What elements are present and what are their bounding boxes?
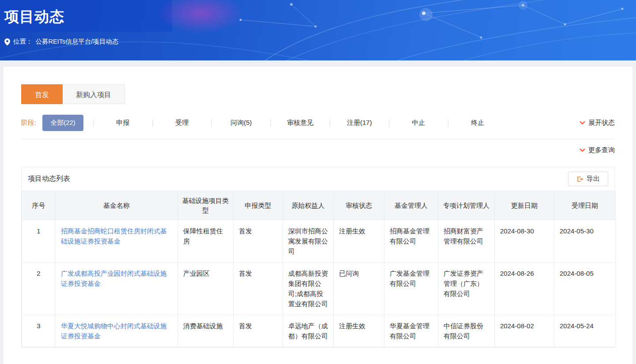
cell-project-type: 消费基础设施 [178, 315, 233, 347]
cell-review-status: 注册生效 [334, 315, 384, 347]
col-index: 序号 [22, 191, 56, 220]
cell-accept-date: 2024-05-30 [554, 220, 616, 263]
col-declare-type: 申报类型 [233, 191, 283, 220]
cell-fund-manager: 华夏基金管理有限公司 [384, 315, 438, 347]
cell-update-date: 2024-08-26 [495, 263, 554, 315]
filter-suspended[interactable]: 中止 [389, 118, 448, 128]
col-original-owner: 原始权益人 [283, 191, 334, 220]
cell-fund-name: 华夏大悦城购物中心封闭式基础设施证券投资基金 [56, 315, 178, 347]
more-query-toggle[interactable]: 更多查询 [580, 146, 615, 154]
export-button[interactable]: 导出 [568, 172, 608, 186]
filter-review-opinion[interactable]: 审核意见 [271, 118, 330, 128]
project-table: 序号 基金名称 基础设施项目类型 申报类型 原始权益人 审核状态 基金管理人 专… [22, 191, 616, 347]
export-icon [576, 176, 583, 183]
col-review-status: 审核状态 [334, 191, 384, 220]
cell-original-owner: 深圳市招商公寓发展有限公司 [283, 220, 334, 263]
cell-project-type: 保障性租赁住房 [178, 220, 233, 263]
expand-status-label: 展开状态 [588, 119, 615, 127]
cell-original-owner: 卓远地产（成都）有限公司 [283, 315, 334, 347]
col-fund-manager: 基金管理人 [384, 191, 438, 220]
main-content: 首发 新购入项目 阶段: 全部(22) 申报 受理 问询(5) 审核意见 注册(… [4, 67, 632, 364]
table-row: 3 华夏大悦城购物中心封闭式基础设施证券投资基金 消费基础设施 首发 卓远地产（… [22, 315, 616, 347]
cell-original-owner: 成都高新投资集团有限公司;成都高投置业有限公司 [283, 263, 334, 315]
cell-declare-type: 首发 [233, 263, 283, 315]
fund-name-link[interactable]: 华夏大悦城购物中心封闭式基础设施证券投资基金 [61, 322, 167, 340]
cell-plan-manager: 招商财富资产管理有限公司 [438, 220, 495, 263]
cell-fund-manager: 广发基金管理有限公司 [384, 263, 438, 315]
filter-terminated[interactable]: 终止 [448, 118, 507, 128]
cell-index: 1 [22, 220, 56, 263]
cell-update-date: 2024-08-02 [495, 315, 554, 347]
cell-declare-type: 首发 [233, 220, 283, 263]
breadcrumb-path: 公募REITs信息平台/项目动态 [36, 38, 119, 46]
chevron-down-icon [580, 121, 585, 125]
expand-status-toggle[interactable]: 展开状态 [580, 119, 615, 127]
table-header-row: 序号 基金名称 基础设施项目类型 申报类型 原始权益人 审核状态 基金管理人 专… [22, 191, 616, 220]
location-pin-icon [4, 38, 10, 45]
tab-new-purchase[interactable]: 新购入项目 [63, 84, 125, 104]
stage-filter-options: 全部(22) 申报 受理 问询(5) 审核意见 注册(17) 中止 终止 [42, 115, 580, 131]
cell-index: 2 [22, 263, 56, 315]
filter-inquiry[interactable]: 问询(5) [212, 118, 271, 128]
cell-fund-manager: 招商基金管理有限公司 [384, 220, 438, 263]
more-query-row: 更多查询 [21, 139, 615, 161]
breadcrumb: 位置： 公募REITs信息平台/项目动态 [4, 38, 118, 46]
filter-registered[interactable]: 注册(17) [330, 118, 389, 128]
table-card-header: 项目动态列表 导出 [22, 167, 614, 191]
page-title: 项目动态 [4, 7, 64, 27]
cell-review-status: 注册生效 [334, 220, 384, 263]
filter-declared[interactable]: 申报 [94, 118, 152, 128]
stage-filter-row: 阶段: 全部(22) 申报 受理 问询(5) 审核意见 注册(17) 中止 终止… [21, 115, 615, 131]
tab-first-issue[interactable]: 首发 [21, 84, 63, 104]
cell-accept-date: 2024-08-05 [554, 263, 616, 315]
cell-index: 3 [22, 315, 56, 347]
stage-filter-label: 阶段: [21, 119, 36, 127]
header-network-decoration [0, 0, 636, 60]
table-row: 1 招商基金招商蛇口租赁住房封闭式基础设施证券投资基金 保障性租赁住房 首发 深… [22, 220, 616, 263]
cell-fund-name: 招商基金招商蛇口租赁住房封闭式基础设施证券投资基金 [56, 220, 178, 263]
fund-name-link[interactable]: 招商基金招商蛇口租赁住房封闭式基础设施证券投资基金 [61, 227, 167, 245]
col-project-type: 基础设施项目类型 [178, 191, 233, 220]
chevron-down-icon [580, 148, 585, 152]
filter-accepted[interactable]: 受理 [153, 118, 211, 128]
cell-project-type: 产业园区 [178, 263, 233, 315]
cell-declare-type: 首发 [233, 315, 283, 347]
col-accept-date: 受理日期 [554, 191, 616, 220]
export-label: 导出 [587, 175, 600, 183]
cell-review-status: 已问询 [334, 263, 384, 315]
page-header: 项目动态 位置： 公募REITs信息平台/项目动态 [0, 0, 636, 60]
cell-plan-manager: 中信证券股份有限公司 [438, 315, 495, 347]
tab-bar: 首发 新购入项目 [21, 84, 615, 104]
breadcrumb-label: 位置： [13, 38, 33, 46]
col-update-date: 更新日期 [495, 191, 554, 220]
cell-plan-manager: 广发证券资产管理（广东）有限公司 [438, 263, 495, 315]
col-plan-manager: 专项计划管理人 [438, 191, 495, 220]
cell-fund-name: 广发成都高投产业园封闭式基础设施证券投资基金 [56, 263, 178, 315]
project-table-card: 项目动态列表 导出 序号 基金名称 基础设施项目类型 申 [21, 167, 615, 348]
cell-accept-date: 2024-05-24 [554, 315, 616, 347]
more-query-label: 更多查询 [588, 146, 615, 154]
filter-all[interactable]: 全部(22) [42, 115, 83, 131]
cell-update-date: 2024-08-30 [495, 220, 554, 263]
table-title: 项目动态列表 [28, 174, 70, 184]
table-row: 2 广发成都高投产业园封闭式基础设施证券投资基金 产业园区 首发 成都高新投资集… [22, 263, 616, 315]
fund-name-link[interactable]: 广发成都高投产业园封闭式基础设施证券投资基金 [61, 270, 167, 287]
col-fund-name: 基金名称 [56, 191, 178, 220]
